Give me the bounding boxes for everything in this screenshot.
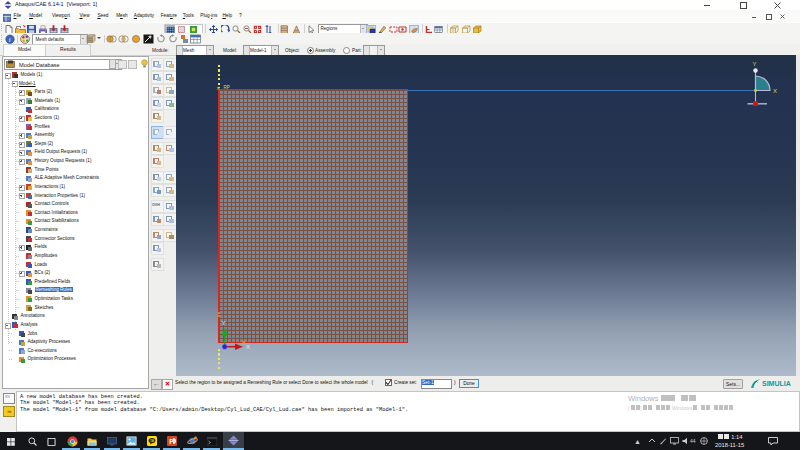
svg-text:Y: Y — [753, 61, 757, 67]
svg-text:X: X — [246, 344, 250, 350]
svg-text:Y: Y — [222, 320, 226, 326]
svg-text:i: i — [8, 36, 10, 43]
svg-text:X: X — [773, 88, 777, 94]
svg-text:P: P — [169, 438, 174, 445]
